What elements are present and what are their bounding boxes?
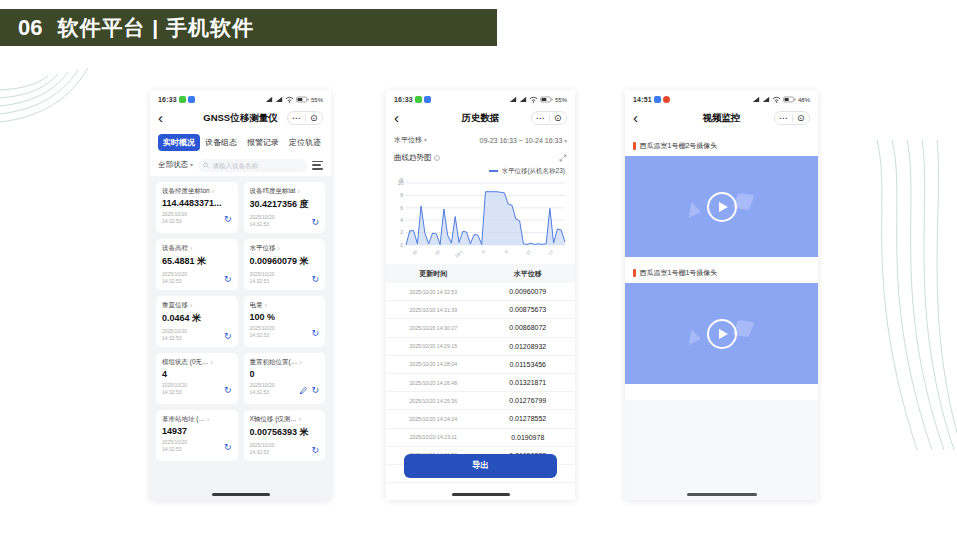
refresh-icon[interactable]: ↻	[224, 275, 232, 284]
chart-legend: 水平位移(从机名称23)	[386, 165, 575, 177]
card-time: 14:32:53	[162, 335, 187, 342]
card-title: 垂直位移 ›	[162, 301, 232, 310]
list-view-icon[interactable]	[312, 161, 323, 170]
wifi-icon	[529, 96, 538, 103]
video-player[interactable]	[625, 283, 818, 384]
refresh-icon[interactable]: ↻	[311, 275, 319, 284]
device-metric-card[interactable]: 重置初始位置(… › 0 2025/10/20 14:32:53 ↻	[244, 353, 326, 404]
card-footer: 2025/10/20 14:32:53 ↻	[250, 271, 320, 284]
card-timestamp: 2025/10/20 14:32:53	[250, 214, 275, 227]
exit-circle-icon[interactable]: ⊙	[306, 113, 323, 123]
tab-item[interactable]: 报警记录	[242, 134, 284, 151]
card-value: 0	[250, 369, 320, 379]
date-range-picker[interactable]: 09-23 16:33 ~ 10-24 16:33 ▾	[480, 137, 567, 144]
battery-icon	[783, 96, 796, 103]
chevron-down-icon: ▾	[190, 162, 193, 168]
cellular-signal-icon	[509, 96, 517, 103]
miniprogram-capsule[interactable]: ⋯ ⊙	[774, 111, 810, 125]
wifi-icon	[772, 96, 781, 103]
table-row: 2025/10/20 14:26:48 0.01321871	[386, 374, 575, 392]
trend-chart[interactable]: 0246810值252910-1591317	[392, 177, 569, 261]
refresh-icon[interactable]: ↻	[224, 215, 232, 224]
refresh-icon[interactable]: ↻	[311, 329, 319, 338]
refresh-icon[interactable]: ↻	[311, 446, 319, 455]
miniprogram-capsule[interactable]: ⋯ ⊙	[531, 111, 567, 125]
row-displacement-value: 0.00960079	[481, 288, 576, 295]
miniprogram-capsule[interactable]: ⋯ ⊙	[287, 111, 323, 125]
camera-block: 西瓜温室1号棚1号摄像头	[625, 266, 818, 384]
cellular-signal-icon	[265, 96, 273, 103]
play-button-icon[interactable]	[707, 192, 737, 222]
card-time: 14:32:53	[250, 332, 275, 339]
slide-title: 软件平台 | 手机软件	[57, 14, 254, 42]
card-footer: 2025/10/20 14:32:53 ↻	[162, 382, 232, 395]
refresh-icon[interactable]: ↻	[311, 386, 319, 395]
more-icon[interactable]: ⋯	[288, 113, 305, 123]
refresh-icon[interactable]: ↻	[311, 218, 319, 227]
phone-screenshot-history: 16:33 55% ‹ 历史数据 ⋯ ⊙ 水平位移 ▾ 09-23 16:33 …	[386, 90, 575, 500]
device-metric-card[interactable]: 垂直位移 › 0.0464 米 2025/10/20 14:32:53 ↻	[156, 296, 238, 347]
chart-section-title: 曲线趋势图	[394, 153, 432, 163]
svg-text:5: 5	[481, 249, 487, 255]
legend-label: 水平位移(从机名称23)	[501, 167, 565, 176]
filter-row: 全部状态 ▾	[150, 154, 331, 176]
refresh-icon[interactable]: ↻	[224, 332, 232, 341]
app-badge-icon	[424, 96, 431, 103]
card-title: 水平位移 ›	[250, 244, 320, 253]
chevron-right-icon: ›	[278, 245, 280, 252]
exit-circle-icon[interactable]: ⊙	[793, 113, 810, 123]
card-value: 0.00756393 米	[250, 426, 320, 439]
chevron-right-icon: ›	[297, 188, 299, 195]
card-title-text: 设备高程	[162, 244, 188, 253]
home-indicator[interactable]	[687, 493, 757, 496]
device-metric-card[interactable]: X轴位移 (仅测… › 0.00756393 米 2025/10/20 14:3…	[244, 410, 326, 461]
info-icon[interactable]: i	[434, 155, 440, 161]
export-button[interactable]: 导出	[404, 454, 557, 478]
card-time: 14:32:53	[250, 221, 275, 228]
device-metric-card[interactable]: 设备纬度坐标lat › 30.4217356 度 2025/10/20 14:3…	[244, 182, 326, 233]
device-metric-card[interactable]: 基准站地址 (… › 14937 2025/10/20 14:32:53 ↻	[156, 410, 238, 461]
home-indicator[interactable]	[212, 493, 270, 496]
chevron-right-icon: ›	[190, 302, 192, 309]
device-metric-card[interactable]: 模组状态 (0无… › 4 2025/10/20 14:32:53 ↻	[156, 353, 238, 404]
card-footer: 2025/10/20 14:32:53 ↻	[162, 439, 232, 452]
tab-item[interactable]: 设备组态	[200, 134, 242, 151]
exit-circle-icon[interactable]: ⊙	[550, 113, 567, 123]
cellular-signal-icon	[762, 96, 770, 103]
tab-item[interactable]: 定位轨迹	[284, 134, 326, 151]
table-row: 2025/10/20 14:25:36 0.01276799	[386, 392, 575, 410]
card-date: 2025/10/20	[250, 382, 275, 389]
card-time: 14:32:53	[162, 446, 187, 453]
row-update-time: 2025/10/20 14:30:27	[386, 325, 481, 331]
device-metric-card[interactable]: 设备经度坐标lon › 114.4483371... 2025/10/20 14…	[156, 182, 238, 233]
device-metric-card[interactable]: 水平位移 › 0.00960079 米 2025/10/20 14:32:53 …	[244, 239, 326, 290]
expand-icon[interactable]	[559, 154, 567, 162]
more-icon[interactable]: ⋯	[775, 113, 792, 123]
row-update-time: 2025/10/20 14:32:53	[386, 289, 481, 295]
device-metric-card[interactable]: 设备高程 › 65.4881 米 2025/10/20 14:32:53 ↻	[156, 239, 238, 290]
metric-dropdown[interactable]: 水平位移 ▾	[394, 135, 427, 145]
nav-bar: ‹ 历史数据 ⋯ ⊙	[386, 106, 575, 130]
card-timestamp: 2025/10/20 14:32:53	[250, 271, 275, 284]
slide-number: 06	[18, 15, 42, 41]
phone-screenshot-gnss: 16:33 55% ‹ GNSS位移测量仪 ⋯ ⊙ 实时概况 设备组态 报警记录…	[150, 90, 331, 500]
row-displacement-value: 0.01278552	[481, 415, 576, 422]
video-decoration-icon	[688, 329, 702, 347]
row-update-time: 2025/10/20 14:26:48	[386, 380, 481, 386]
video-player[interactable]	[625, 156, 818, 257]
play-button-icon[interactable]	[707, 319, 737, 349]
refresh-icon[interactable]: ↻	[224, 386, 232, 395]
status-filter-dropdown[interactable]: 全部状态 ▾	[158, 160, 193, 170]
camera-label-row: 西瓜温室1号棚1号摄像头	[625, 266, 818, 280]
search-input[interactable]	[212, 162, 302, 169]
device-metric-card[interactable]: 电量 › 100 % 2025/10/20 14:32:53 ↻	[244, 296, 326, 347]
tab-item[interactable]: 实时概况	[158, 134, 200, 151]
refresh-icon[interactable]: ↻	[224, 443, 232, 452]
card-date: 2025/10/20	[162, 382, 187, 389]
more-icon[interactable]: ⋯	[532, 113, 549, 123]
card-date: 2025/10/20	[162, 271, 187, 278]
row-update-time: 2025/10/20 14:28:04	[386, 361, 481, 367]
svg-text:值: 值	[398, 177, 404, 183]
edit-icon[interactable]	[299, 386, 308, 395]
home-indicator[interactable]	[452, 493, 510, 496]
